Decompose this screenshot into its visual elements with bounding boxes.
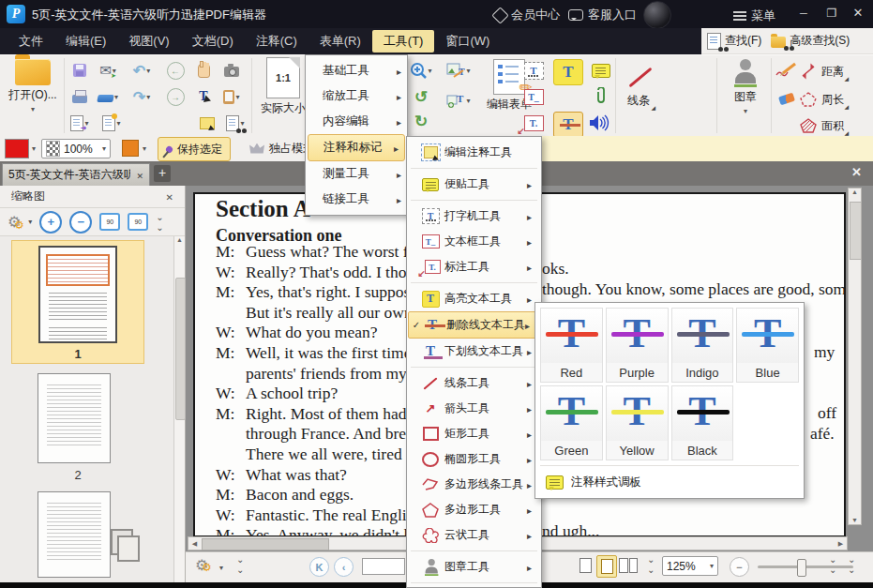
submenu-item-line[interactable]: 线条工具 bbox=[407, 370, 541, 396]
save-button[interactable] bbox=[68, 59, 92, 82]
rotate-left-90-button[interactable]: 90 bbox=[99, 213, 120, 231]
zoom-slider-handle[interactable] bbox=[797, 559, 806, 577]
tools-menu-basic[interactable]: 基础工具 bbox=[306, 58, 407, 83]
textbox-tool-button[interactable]: T_ bbox=[521, 85, 546, 108]
page-mode-chevron-icon[interactable]: ⌄⌄ bbox=[647, 554, 653, 575]
menu-view[interactable]: 视图(V) bbox=[117, 30, 180, 53]
vertical-scrollbar[interactable]: ▲ ▼ bbox=[848, 188, 862, 525]
scanner-button[interactable] bbox=[96, 85, 120, 108]
vertical-scroll-thumb[interactable] bbox=[850, 202, 862, 260]
export-button[interactable] bbox=[68, 112, 92, 134]
sidebar-close-button[interactable] bbox=[166, 190, 173, 204]
more-chevron-icon[interactable]: ⌄⌄ bbox=[848, 554, 853, 575]
zoom-out-button[interactable]: − bbox=[730, 557, 749, 577]
perimeter-tool-button[interactable]: 周长 bbox=[799, 91, 847, 108]
open-file-button[interactable]: 打开(O)... ▾ bbox=[4, 59, 62, 113]
color-swatch-black[interactable]: T Black bbox=[671, 385, 734, 460]
tab-close-icon[interactable] bbox=[130, 169, 143, 182]
snapshot-button[interactable] bbox=[219, 59, 244, 82]
document-tab[interactable]: 5页-英文文件-英语六级听力 bbox=[2, 163, 150, 186]
edit-content-button[interactable]: T bbox=[446, 59, 471, 82]
menu-tools[interactable]: 工具(T) bbox=[372, 30, 435, 53]
new-tab-button[interactable] bbox=[154, 165, 171, 182]
search-document-button[interactable] bbox=[223, 112, 248, 134]
menu-document[interactable]: 文档(D) bbox=[181, 30, 245, 53]
member-center-button[interactable]: 会员中心 bbox=[494, 7, 560, 23]
minimize-button[interactable] bbox=[791, 6, 816, 20]
sidebar-scroll-thumb[interactable] bbox=[175, 278, 186, 420]
tools-menu-zoom[interactable]: 缩放工具 bbox=[306, 83, 407, 109]
advanced-find-button[interactable]: 高级查找(S) bbox=[790, 33, 850, 49]
two-page-button[interactable] bbox=[619, 555, 638, 576]
previous-page-button[interactable]: ‹ bbox=[334, 557, 354, 577]
eraser-tool-button[interactable] bbox=[775, 87, 799, 110]
first-page-button[interactable]: K bbox=[309, 557, 329, 577]
submenu-item-text-box[interactable]: T_ 文本框工具 bbox=[407, 229, 541, 254]
redo-button[interactable]: ↷ bbox=[129, 85, 154, 108]
expand-chevron-icon[interactable]: ⌄⌄ bbox=[236, 554, 242, 575]
menu-comment[interactable]: 注释(C) bbox=[245, 30, 309, 53]
close-button[interactable] bbox=[846, 6, 870, 20]
thumb-zoom-in-button[interactable]: + bbox=[39, 211, 62, 234]
opacity-combo[interactable]: 100% ▾ bbox=[41, 139, 111, 158]
stroke-color-picker[interactable]: ▾ bbox=[5, 139, 36, 158]
rotate-left-button[interactable]: ↺ bbox=[409, 85, 433, 108]
submenu-item-edit-annotation[interactable]: 编辑注释工具 bbox=[407, 140, 541, 165]
thumbnail-page-3[interactable] bbox=[11, 488, 144, 581]
sidebar-scrollbar[interactable]: ▲ bbox=[173, 236, 185, 582]
forward-view-button[interactable]: → bbox=[163, 85, 188, 108]
submenu-item-sticky-note[interactable]: 便贴工具 bbox=[407, 172, 541, 197]
submenu-item-highlight-text[interactable]: T 高亮文本工具 bbox=[407, 286, 541, 311]
submenu-item-typewriter[interactable]: T 打字机工具 bbox=[407, 204, 541, 229]
color-swatch-green[interactable]: T Green bbox=[540, 385, 603, 460]
zoom-chevron-icon[interactable]: ⌄⌄ bbox=[829, 554, 835, 575]
rotate-right-button[interactable]: ↻ bbox=[409, 110, 433, 132]
add-text-button[interactable]: T bbox=[446, 89, 471, 112]
sticky-note-tool-button[interactable] bbox=[589, 59, 613, 82]
statusbar-options-button[interactable]: ⚙ bbox=[195, 557, 208, 573]
submenu-item-cloud[interactable]: 云状工具 bbox=[407, 522, 541, 548]
tools-menu-link[interactable]: 链接工具 bbox=[306, 187, 407, 212]
menu-file[interactable]: 文件 bbox=[8, 30, 54, 53]
hand-tool-button[interactable] bbox=[191, 59, 216, 82]
rotate-right-90-button[interactable]: 90 bbox=[128, 213, 148, 231]
select-annotation-button[interactable] bbox=[195, 112, 219, 134]
main-menu-button[interactable]: 菜单 bbox=[733, 8, 775, 24]
annotation-style-palette-button[interactable]: 注释样式调板 bbox=[540, 471, 799, 493]
thumb-zoom-out-button[interactable]: − bbox=[69, 211, 92, 234]
actual-size-button[interactable]: 1:1 实际大小 bbox=[257, 57, 309, 116]
strikeout-text-tool-button[interactable]: T bbox=[553, 112, 583, 138]
color-swatch-purple[interactable]: T Purple bbox=[606, 308, 669, 383]
paste-button[interactable] bbox=[219, 85, 244, 108]
pencil-tool-button[interactable] bbox=[775, 59, 799, 82]
page-number-input[interactable] bbox=[362, 558, 405, 575]
customer-service-button[interactable]: 客服入口 bbox=[568, 7, 637, 23]
fit-width-button[interactable] bbox=[596, 555, 617, 578]
submenu-item-callout[interactable]: T. 标注工具 bbox=[407, 254, 541, 279]
line-tool-button[interactable]: 线条 bbox=[619, 63, 662, 109]
thumbnail-page-1[interactable]: 1 bbox=[11, 240, 144, 364]
maximize-button[interactable] bbox=[820, 6, 844, 20]
select-text-button[interactable]: T bbox=[191, 85, 216, 108]
keep-selected-toggle[interactable]: 保持选定 bbox=[158, 137, 231, 161]
color-swatch-indigo[interactable]: T Indigo bbox=[671, 308, 734, 383]
sound-annotation-button[interactable] bbox=[587, 112, 611, 134]
submenu-item-rectangle[interactable]: 矩形工具 bbox=[407, 421, 541, 446]
email-button[interactable]: ✉ bbox=[96, 59, 120, 82]
submenu-item-stamp[interactable]: 图章工具 bbox=[407, 554, 541, 580]
menu-edit[interactable]: 编辑(E) bbox=[54, 30, 117, 53]
back-view-button[interactable]: ← bbox=[163, 59, 188, 82]
color-swatch-yellow[interactable]: T Yellow bbox=[606, 385, 669, 460]
sidebar-options-button[interactable]: ⚙ bbox=[8, 215, 21, 230]
stamp-tool-button[interactable]: 图章 ▾ bbox=[722, 59, 769, 115]
collapse-chevron-icon[interactable]: ⌄⌄ bbox=[156, 212, 161, 233]
area-tool-button[interactable]: 面积 bbox=[799, 117, 847, 134]
submenu-item-arrow[interactable]: ↗ 箭头工具 bbox=[407, 396, 541, 421]
zoom-in-tool-button[interactable] bbox=[409, 59, 433, 82]
attach-file-button[interactable] bbox=[589, 85, 613, 108]
new-document-button[interactable] bbox=[99, 112, 124, 134]
close-document-button[interactable] bbox=[851, 165, 862, 179]
zoom-level-combo[interactable]: 125% ▾ bbox=[662, 556, 718, 576]
submenu-item-polyline[interactable]: 多边形线条工具 bbox=[407, 472, 541, 497]
submenu-item-ellipse[interactable]: 椭圆形工具 bbox=[407, 446, 541, 472]
